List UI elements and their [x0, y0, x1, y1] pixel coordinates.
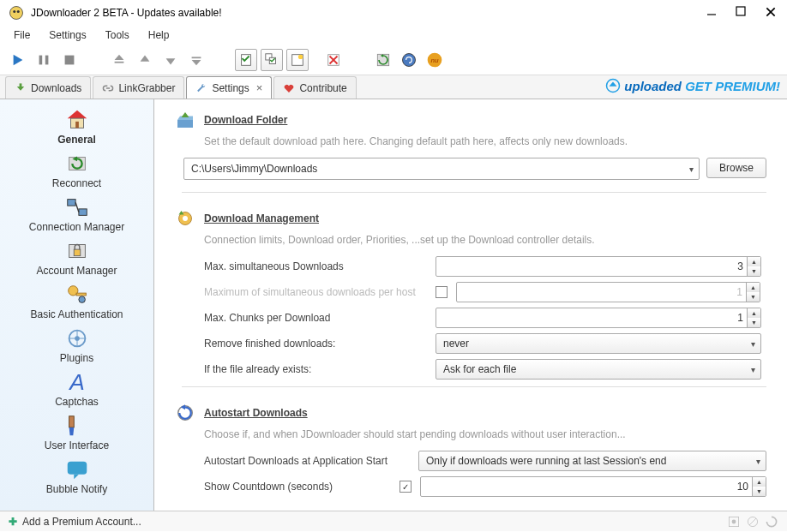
stop-icon[interactable] [58, 49, 81, 71]
sidebar-item-general[interactable]: General [0, 105, 153, 148]
status-icon-1[interactable] [727, 515, 741, 529]
plus-icon[interactable]: ✚ [9, 516, 17, 528]
download-path-combo[interactable]: C:\Users\Jimmy\Downloads [183, 158, 700, 180]
browse-button[interactable]: Browse [706, 158, 766, 178]
spin-up-icon[interactable]: ▲ [748, 308, 760, 318]
reconnect-icon [64, 151, 90, 176]
file-exists-combo[interactable]: Ask for each file [436, 359, 761, 380]
svg-rect-8 [39, 55, 43, 64]
spin-down-icon[interactable]: ▼ [753, 487, 766, 496]
move-down-icon[interactable] [159, 49, 182, 71]
svg-marker-30 [17, 86, 24, 90]
brush-icon [64, 413, 90, 439]
close-button[interactable] [765, 6, 778, 20]
sidebar-item-captchas[interactable]: A Captchas [0, 367, 153, 410]
svg-point-27 [403, 53, 416, 66]
combo-value: never [443, 338, 469, 350]
menu-settings[interactable]: Settings [40, 27, 94, 44]
svg-marker-53 [69, 427, 74, 435]
sidebar-label: Captchas [55, 396, 99, 408]
sidebar-item-reconnect[interactable]: Reconnect [0, 148, 153, 192]
menu-tools[interactable]: Tools [97, 27, 138, 44]
spinner-value: 1 [737, 312, 743, 324]
maximize-button[interactable] [736, 6, 749, 20]
autostart-combo[interactable]: Only if downloads were running at last S… [418, 451, 766, 471]
tab-contribute[interactable]: Contribute [273, 76, 356, 99]
tab-downloads[interactable]: Downloads [5, 76, 91, 99]
network-icon [64, 194, 90, 220]
svg-marker-63 [181, 404, 185, 409]
svg-marker-33 [610, 82, 617, 87]
max-chunks-spinner[interactable]: 1 ▲▼ [436, 308, 761, 328]
menu-file[interactable]: File [5, 27, 39, 44]
play-icon[interactable] [7, 49, 29, 71]
remove-finished-combo[interactable]: never [436, 333, 761, 354]
move-top-icon[interactable] [108, 49, 130, 71]
move-bottom-icon[interactable] [185, 49, 207, 71]
promo-banner[interactable]: uploaded GET PREMIUM! [605, 78, 780, 93]
status-icon-3[interactable] [765, 515, 778, 529]
premium-icon[interactable]: nu [424, 49, 446, 71]
pause-icon[interactable] [33, 49, 55, 71]
spinner-value: 10 [737, 481, 748, 493]
svg-rect-56 [177, 120, 193, 128]
svg-marker-11 [115, 54, 124, 59]
clear-icon[interactable] [322, 49, 345, 71]
svg-rect-45 [76, 293, 86, 296]
move-up-icon[interactable] [134, 49, 156, 71]
promo-brand: uploaded [624, 79, 682, 93]
home-icon [64, 107, 90, 133]
status-icon-2[interactable] [746, 515, 760, 529]
add-account-link[interactable]: Add a Premium Account... [22, 516, 141, 528]
per-host-checkbox[interactable] [436, 286, 448, 298]
max-sim-spinner[interactable]: 3 ▲▼ [436, 256, 761, 277]
sidebar-item-account[interactable]: Account Manager [0, 236, 153, 279]
spin-down-icon[interactable]: ▼ [748, 266, 760, 276]
close-icon[interactable]: × [256, 81, 263, 94]
reconnect-icon[interactable] [398, 49, 420, 71]
max-per-host-label: Maximum of simultaneous downloads per ho… [204, 286, 427, 298]
countdown-checkbox[interactable]: ✓ [400, 481, 412, 493]
autostart-icon [175, 403, 195, 423]
sidebar-item-ui[interactable]: User Interface [0, 410, 153, 454]
sidebar-item-basicauth[interactable]: Basic Authentication [0, 279, 153, 323]
update-icon[interactable] [372, 49, 394, 71]
minimize-button[interactable] [706, 6, 720, 20]
check-one-icon[interactable] [286, 49, 309, 71]
spin-up-icon[interactable]: ▲ [747, 283, 760, 292]
sidebar-item-plugins[interactable]: Plugins [0, 323, 153, 367]
countdown-label: Show Countdown (seconds) [204, 481, 391, 493]
app-icon [9, 5, 24, 21]
tab-label: Settings [212, 82, 249, 94]
svg-rect-40 [78, 209, 86, 216]
combo-value: Ask for each file [443, 363, 516, 375]
max-chunks-label: Max. Chunks per Download [204, 312, 427, 324]
download-icon [15, 82, 27, 94]
max-per-host-spinner[interactable]: 1 ▲▼ [456, 282, 760, 302]
spin-down-icon[interactable]: ▼ [747, 292, 760, 302]
svg-rect-10 [65, 55, 75, 64]
download-path-value: C:\Users\Jimmy\Downloads [191, 163, 317, 175]
promo-cta: GET PREMIUM! [685, 79, 780, 93]
svg-rect-39 [67, 200, 75, 206]
remove-finished-label: Remove finished downloads: [204, 338, 427, 350]
check-all-icon[interactable] [261, 49, 283, 71]
spinner-value: 3 [737, 260, 743, 272]
svg-rect-4 [736, 7, 745, 15]
sidebar-label: Plugins [60, 352, 93, 364]
countdown-spinner[interactable]: 10 ▲▼ [420, 476, 766, 497]
spin-up-icon[interactable]: ▲ [748, 257, 760, 266]
sidebar-item-bubble[interactable]: Bubble Notify [0, 454, 153, 498]
menu-help[interactable]: Help [140, 27, 178, 44]
tab-settings[interactable]: Settings × [186, 76, 272, 99]
sidebar-item-connection[interactable]: Connection Manager [0, 192, 153, 236]
spin-down-icon[interactable]: ▼ [748, 318, 760, 327]
plugin-icon [64, 326, 90, 351]
tab-linkgrabber[interactable]: LinkGrabber [93, 76, 184, 99]
link-icon [102, 82, 114, 94]
spin-up-icon[interactable]: ▲ [753, 477, 766, 487]
divider [182, 386, 766, 387]
clipboard-icon[interactable] [235, 49, 257, 71]
svg-point-0 [10, 7, 23, 20]
gear-download-icon [175, 208, 195, 229]
